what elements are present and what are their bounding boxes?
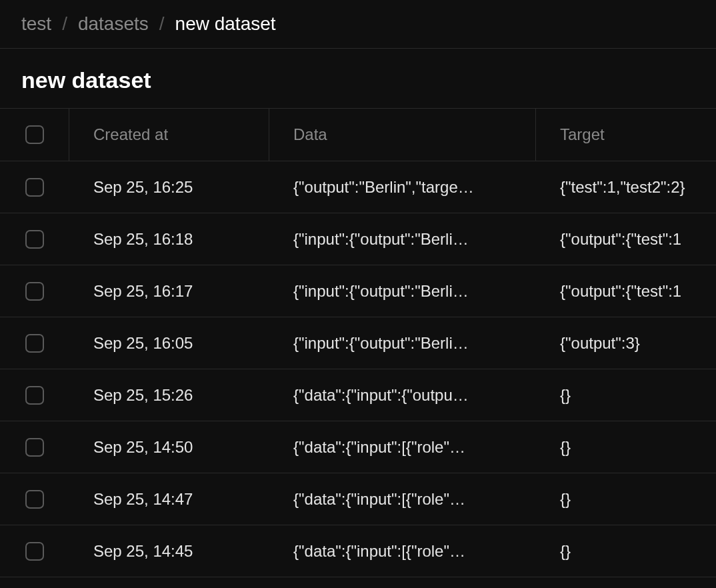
- cell-text-created-at: Sep 25, 16:25: [93, 178, 193, 196]
- cell-target: {"test":1,"test2":2}: [536, 178, 716, 197]
- row-checkbox[interactable]: [25, 490, 44, 509]
- breadcrumb-separator: /: [159, 13, 165, 35]
- row-checkbox-cell: [0, 317, 69, 369]
- cell-target: {}: [536, 542, 716, 561]
- cell-data: {"input":{"output":"Berli…: [269, 334, 536, 353]
- row-checkbox-cell: [0, 525, 69, 577]
- row-checkbox[interactable]: [25, 542, 44, 561]
- header-data[interactable]: Data: [269, 109, 536, 161]
- header-label-created-at: Created at: [93, 125, 168, 144]
- row-checkbox[interactable]: [25, 230, 44, 249]
- row-checkbox-cell: [0, 473, 69, 525]
- cell-text-target: {}: [560, 490, 571, 508]
- cell-text-created-at: Sep 25, 14:45: [93, 542, 193, 560]
- cell-text-created-at: Sep 25, 14:47: [93, 490, 193, 508]
- cell-data: {"data":{"input":[{"role"…: [269, 490, 536, 509]
- cell-created-at: Sep 25, 16:17: [69, 282, 269, 301]
- cell-data: {"data":{"input":[{"role"…: [269, 542, 536, 561]
- cell-text-data: {"input":{"output":"Berli…: [293, 334, 469, 352]
- cell-created-at: Sep 25, 16:25: [69, 178, 269, 197]
- cell-target: {"output":{"test":1: [536, 230, 716, 249]
- cell-created-at: Sep 25, 15:26: [69, 386, 269, 405]
- cell-data: {"data":{"input":[{"role"…: [269, 438, 536, 457]
- breadcrumb-item-test[interactable]: test: [21, 13, 51, 35]
- cell-text-data: {"data":{"input":[{"role"…: [293, 542, 465, 560]
- row-checkbox-cell: [0, 213, 69, 265]
- row-checkbox[interactable]: [25, 282, 44, 301]
- table-row[interactable]: Sep 25, 14:50{"data":{"input":[{"role"…{…: [0, 421, 716, 473]
- cell-target: {"output":3}: [536, 334, 716, 353]
- table-row[interactable]: Sep 25, 16:17{"input":{"output":"Berli…{…: [0, 265, 716, 317]
- cell-text-data: {"data":{"input":[{"role"…: [293, 438, 465, 456]
- cell-created-at: Sep 25, 14:47: [69, 490, 269, 509]
- cell-text-data: {"output":"Berlin","targe…: [293, 178, 474, 196]
- cell-text-target: {"output":{"test":1: [560, 282, 681, 300]
- cell-created-at: Sep 25, 16:18: [69, 230, 269, 249]
- cell-target: {}: [536, 490, 716, 509]
- cell-created-at: Sep 25, 14:45: [69, 542, 269, 561]
- cell-text-data: {"data":{"input":[{"role"…: [293, 490, 465, 508]
- row-checkbox[interactable]: [25, 178, 44, 197]
- cell-text-target: {"output":{"test":1: [560, 230, 681, 248]
- breadcrumb: test / datasets / new dataset: [0, 0, 716, 49]
- dataset-table: Created at Data Target Sep 25, 16:25{"ou…: [0, 108, 716, 577]
- cell-created-at: Sep 25, 16:05: [69, 334, 269, 353]
- table-body: Sep 25, 16:25{"output":"Berlin","targe…{…: [0, 161, 716, 577]
- cell-created-at: Sep 25, 14:50: [69, 438, 269, 457]
- table-row[interactable]: Sep 25, 15:26{"data":{"input":{"outpu…{}: [0, 369, 716, 421]
- row-checkbox[interactable]: [25, 438, 44, 457]
- cell-target: {}: [536, 386, 716, 405]
- page-title: new dataset: [0, 49, 716, 108]
- cell-text-created-at: Sep 25, 16:05: [93, 334, 193, 352]
- cell-text-data: {"input":{"output":"Berli…: [293, 282, 469, 300]
- table-row[interactable]: Sep 25, 16:05{"input":{"output":"Berli…{…: [0, 317, 716, 369]
- header-target[interactable]: Target: [536, 125, 716, 144]
- cell-text-created-at: Sep 25, 16:17: [93, 282, 193, 300]
- cell-data: {"output":"Berlin","targe…: [269, 178, 536, 197]
- cell-target: {}: [536, 438, 716, 457]
- row-checkbox-cell: [0, 265, 69, 317]
- row-checkbox-cell: [0, 161, 69, 213]
- cell-data: {"data":{"input":{"outpu…: [269, 386, 536, 405]
- row-checkbox-cell: [0, 369, 69, 421]
- cell-text-created-at: Sep 25, 14:50: [93, 438, 193, 456]
- cell-target: {"output":{"test":1: [536, 282, 716, 301]
- cell-text-target: {"test":1,"test2":2}: [560, 178, 685, 196]
- table-row[interactable]: Sep 25, 14:47{"data":{"input":[{"role"…{…: [0, 473, 716, 525]
- cell-data: {"input":{"output":"Berli…: [269, 230, 536, 249]
- table-row[interactable]: Sep 25, 14:45{"data":{"input":[{"role"…{…: [0, 525, 716, 577]
- header-label-target: Target: [560, 125, 605, 143]
- table-row[interactable]: Sep 25, 16:25{"output":"Berlin","targe…{…: [0, 161, 716, 213]
- breadcrumb-item-current: new dataset: [175, 13, 276, 35]
- row-checkbox[interactable]: [25, 386, 44, 405]
- cell-text-target: {"output":3}: [560, 334, 640, 352]
- breadcrumb-item-datasets[interactable]: datasets: [78, 13, 149, 35]
- table-header: Created at Data Target: [0, 108, 716, 161]
- row-checkbox-cell: [0, 421, 69, 473]
- row-checkbox[interactable]: [25, 334, 44, 353]
- cell-text-created-at: Sep 25, 15:26: [93, 386, 193, 404]
- header-created-at[interactable]: Created at: [69, 109, 269, 161]
- header-label-data: Data: [293, 125, 327, 144]
- header-checkbox-cell: [0, 109, 69, 161]
- cell-data: {"input":{"output":"Berli…: [269, 282, 536, 301]
- cell-text-data: {"data":{"input":{"outpu…: [293, 386, 469, 404]
- cell-text-target: {}: [560, 386, 571, 404]
- breadcrumb-separator: /: [62, 13, 67, 35]
- select-all-checkbox[interactable]: [25, 125, 44, 144]
- cell-text-target: {}: [560, 438, 571, 456]
- table-row[interactable]: Sep 25, 16:18{"input":{"output":"Berli…{…: [0, 213, 716, 265]
- cell-text-target: {}: [560, 542, 571, 560]
- cell-text-created-at: Sep 25, 16:18: [93, 230, 193, 248]
- cell-text-data: {"input":{"output":"Berli…: [293, 230, 469, 248]
